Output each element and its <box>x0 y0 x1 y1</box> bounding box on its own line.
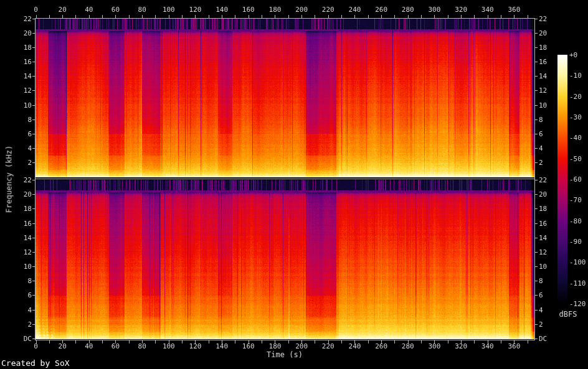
y-tick-label-right: 14 <box>539 73 547 80</box>
colorbar-tick-label: -80 <box>569 217 582 224</box>
colorbar-tick-label: -40 <box>569 134 582 141</box>
colorbar-tick-label: -20 <box>569 93 582 100</box>
x-tick-label-bottom: 80 <box>138 343 146 350</box>
y-tick-label-right: 20 <box>539 191 547 198</box>
y-tick-label-left: 20 <box>24 30 32 37</box>
x-tick-label-bottom: 60 <box>111 343 120 350</box>
y-tick-label-right: 12 <box>539 248 547 255</box>
colorbar-tick-label: -120 <box>569 301 586 307</box>
y-tick-label-right: 10 <box>539 263 547 270</box>
colorbar-title: dBFS <box>559 311 577 318</box>
x-tick-label-top: 340 <box>481 6 494 13</box>
y-tick-label-left: 8 <box>27 116 32 123</box>
x-tick-label-bottom: 320 <box>455 343 467 350</box>
x-tick-label-top: 260 <box>375 6 387 13</box>
x-tick-label-top: 180 <box>269 6 282 13</box>
y-tick-label-left: 6 <box>27 292 32 299</box>
x-tick-label-bottom: 220 <box>322 343 334 350</box>
y-axis-title: Frequency (kHz) <box>6 146 13 213</box>
x-tick-label-bottom: 20 <box>59 343 67 350</box>
y-tick-label-left: 12 <box>24 248 32 255</box>
y-tick-label-right: 16 <box>539 220 547 227</box>
x-tick-label-top: 20 <box>59 6 67 13</box>
x-tick-label-top: 120 <box>189 6 202 13</box>
y-tick-label-right: 2 <box>539 320 543 327</box>
x-tick-label-bottom: 100 <box>163 343 175 350</box>
x-tick-label-top: 320 <box>455 6 467 13</box>
x-tick-label-top: 360 <box>508 6 520 13</box>
x-tick-label-top: 80 <box>138 6 146 13</box>
y-tick-label-right: 6 <box>539 130 543 137</box>
y-tick-label-left: 18 <box>24 44 32 51</box>
y-tick-label-right: 12 <box>539 87 547 94</box>
x-tick-label-bottom: 120 <box>189 343 202 350</box>
y-tick-label-right: 18 <box>539 205 547 212</box>
x-tick-label-bottom: 180 <box>269 343 282 350</box>
colorbar-tick-label: +0 <box>569 52 577 58</box>
x-tick-label-bottom: 0 <box>34 343 38 350</box>
y-tick-label-right: 8 <box>539 278 543 284</box>
x-tick-label-bottom: 360 <box>508 343 520 350</box>
y-tick-label-left: 10 <box>24 101 32 108</box>
x-tick-label-bottom: 40 <box>85 343 93 350</box>
y-tick-label-right: 8 <box>539 116 543 123</box>
y-tick-label-left: 22 <box>24 177 32 184</box>
y-tick-label-left: 16 <box>24 220 32 227</box>
y-tick-label-right: 20 <box>539 30 547 37</box>
x-tick-label-bottom: 160 <box>242 343 255 350</box>
y-tick-label-right: DC <box>539 335 547 342</box>
x-tick-label-top: 100 <box>163 6 175 13</box>
y-tick-label-left: 18 <box>24 205 32 212</box>
x-tick-label-top: 200 <box>295 6 308 13</box>
x-tick-label-top: 160 <box>242 6 255 13</box>
x-tick-label-top: 280 <box>402 6 414 13</box>
x-tick-label-bottom: 200 <box>295 343 308 350</box>
x-tick-label-top: 0 <box>34 6 38 13</box>
y-tick-label-right: 4 <box>539 306 543 313</box>
colorbar-tick-label: -10 <box>569 72 582 79</box>
colorbar-tick-label: -60 <box>569 176 582 183</box>
spectrogram-canvas <box>0 0 588 369</box>
x-tick-label-top: 240 <box>349 6 361 13</box>
x-tick-label-top: 60 <box>111 6 120 13</box>
x-tick-label-top: 40 <box>85 6 93 13</box>
x-tick-label-bottom: 280 <box>402 343 414 350</box>
x-tick-label-top: 300 <box>429 6 441 13</box>
x-tick-label-top: 220 <box>322 6 334 13</box>
x-tick-label-bottom: 300 <box>429 343 441 350</box>
y-tick-label-left: 10 <box>24 263 32 270</box>
y-tick-label-right: 18 <box>539 44 547 51</box>
x-tick-label-bottom: 140 <box>216 343 228 350</box>
x-tick-label-bottom: 260 <box>375 343 387 350</box>
y-tick-label-right: 14 <box>539 234 547 241</box>
x-axis-title: Time (s) <box>267 352 303 358</box>
y-tick-label-left: 14 <box>24 73 32 80</box>
colorbar-tick-label: -70 <box>569 197 582 203</box>
y-tick-label-left: DC <box>24 335 32 342</box>
y-tick-label-left: 16 <box>24 58 32 65</box>
sox-credit-text: Created by SoX <box>1 360 70 367</box>
x-tick-label-bottom: 340 <box>481 343 494 350</box>
y-tick-label-right: 10 <box>539 101 547 108</box>
y-tick-label-right: 6 <box>539 292 543 299</box>
y-tick-label-left: 8 <box>27 278 32 284</box>
x-tick-label-top: 140 <box>216 6 228 13</box>
y-tick-label-right: 4 <box>539 144 543 151</box>
y-tick-label-left: 4 <box>27 144 32 151</box>
y-tick-label-right: 22 <box>539 16 547 22</box>
y-tick-label-left: 2 <box>27 159 32 166</box>
y-tick-label-right: 16 <box>539 58 547 65</box>
colorbar-tick-label: -100 <box>569 259 586 266</box>
colorbar-tick-label: -110 <box>569 279 586 286</box>
colorbar-tick-label: -50 <box>569 155 582 162</box>
y-tick-label-left: 4 <box>27 306 32 313</box>
y-tick-label-left: 22 <box>24 16 32 22</box>
y-tick-label-left: 6 <box>27 130 32 137</box>
y-tick-label-right: 22 <box>539 177 547 184</box>
y-tick-label-left: 2 <box>27 320 32 327</box>
y-tick-label-right: 2 <box>539 159 543 166</box>
spectrogram-figure: Time (s) Frequency (kHz) dBFS Created by… <box>0 0 588 369</box>
colorbar-tick-label: -90 <box>569 238 582 245</box>
colorbar-tick-label: -30 <box>569 114 582 121</box>
y-tick-label-left: 20 <box>24 191 32 198</box>
